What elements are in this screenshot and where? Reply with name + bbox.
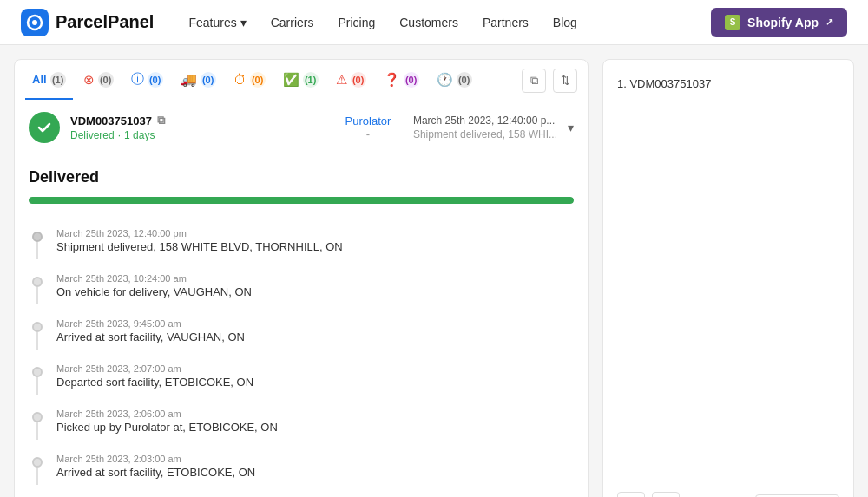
right-panel: 1. VDM003751037 P Purolator Track xyxy=(602,59,854,497)
timeline-time-1: March 25th 2023, 10:24:00 am xyxy=(56,273,574,284)
tracking-list: 1. VDM003751037 xyxy=(617,74,839,478)
timeline-desc-3: Departed sort facility, ETOBICOKE, ON xyxy=(56,376,574,389)
timeline-dot-3 xyxy=(32,367,43,377)
timeline-dot-4 xyxy=(32,412,43,422)
tab-cancelled-badge: (0) xyxy=(98,72,114,88)
tab-exception[interactable]: ⚠ (0) xyxy=(329,62,373,100)
external-link-icon: ↗ xyxy=(825,16,833,28)
info-icon: ⓘ xyxy=(131,71,144,88)
truck-icon: 🚚 xyxy=(181,72,197,88)
tab-pending[interactable]: ⏱ (0) xyxy=(227,62,273,100)
tab-info-badge: (0) xyxy=(148,72,163,88)
tracking-status-label: Delivered · 1 days xyxy=(70,129,323,141)
tracking-number-display: VDM003751037 ⧉ xyxy=(70,114,323,128)
timeline-time-4: March 25th 2023, 2:06:00 am xyxy=(56,409,574,419)
tab-cancelled[interactable]: ⊗ (0) xyxy=(76,62,121,100)
tab-exception-badge: (0) xyxy=(351,72,366,88)
timeline-time-3: March 25th 2023, 2:07:00 am xyxy=(56,363,574,374)
filter-button[interactable] xyxy=(652,492,680,497)
timeline-desc-2: Arrived at sort facility, VAUGHAN, ON xyxy=(56,330,574,343)
tab-all[interactable]: All (1) xyxy=(25,62,73,100)
timeline-time-0: March 25th 2023, 12:40:00 pm xyxy=(56,228,574,239)
timeline-desc-5: Arrived at sort facility, ETOBICOKE, ON xyxy=(56,466,574,479)
tab-unknown-badge: (0) xyxy=(404,72,419,88)
tracking-item-row[interactable]: VDM003751037 ⧉ Delivered · 1 days Purola… xyxy=(15,101,588,154)
chevron-down-icon: ▾ xyxy=(240,16,247,29)
tracking-info: VDM003751037 ⧉ Delivered · 1 days xyxy=(70,114,323,141)
logo-text: ParcelPanel xyxy=(56,12,154,32)
timeline-dot-2 xyxy=(32,322,43,332)
nav-customers[interactable]: Customers xyxy=(399,16,458,29)
timeline-time-5: March 25th 2023, 2:03:00 am xyxy=(56,454,574,464)
nav-features[interactable]: Features ▾ xyxy=(188,16,246,29)
timeline: March 25th 2023, 12:40:00 pm Shipment de… xyxy=(29,221,574,497)
timeline-item-6: March 25th 2023, 2:02:00 am Picked up by… xyxy=(29,492,574,497)
timeline-desc-4: Picked up by Purolator at, ETOBICOKE, ON xyxy=(56,421,574,434)
timeline-dot-0 xyxy=(32,232,43,242)
nav-carriers[interactable]: Carriers xyxy=(271,16,314,29)
tab-bar: All (1) ⊗ (0) ⓘ (0) 🚚 (0) ⏱ (0) ✅ (1) xyxy=(15,60,588,101)
x-circle-icon: ⊗ xyxy=(83,72,95,88)
tab-expired[interactable]: 🕐 (0) xyxy=(430,62,479,100)
nav-blog[interactable]: Blog xyxy=(553,16,577,29)
tab-transit-badge: (0) xyxy=(201,72,216,88)
shopify-app-button[interactable]: S Shopify App ↗ xyxy=(711,8,847,37)
timeline-item-3: March 25th 2023, 2:07:00 am Departed sor… xyxy=(29,356,574,402)
logo: ParcelPanel xyxy=(21,9,154,36)
timeline-time-2: March 25th 2023, 9:45:00 am xyxy=(56,318,574,329)
right-panel-actions: P Purolator xyxy=(617,492,839,497)
clock2-icon: 🕐 xyxy=(437,72,453,88)
tab-actions: ⧉ ⇅ xyxy=(522,69,577,93)
timeline-item-0: March 25th 2023, 12:40:00 pm Shipment de… xyxy=(29,221,574,266)
delivered-section: Delivered March 25th 2023, 12:40:00 pm S… xyxy=(15,154,588,497)
main-content: All (1) ⊗ (0) ⓘ (0) 🚚 (0) ⏱ (0) ✅ (1) xyxy=(0,45,868,497)
tab-all-badge: (1) xyxy=(50,72,66,88)
expand-icon[interactable]: ▾ xyxy=(568,121,574,134)
nav-pricing[interactable]: Pricing xyxy=(338,16,375,29)
logo-icon xyxy=(21,9,49,36)
timeline-item-1: March 25th 2023, 10:24:00 am On vehicle … xyxy=(29,266,574,311)
delivered-status-icon xyxy=(29,112,60,143)
shopify-icon: S xyxy=(725,15,740,30)
tab-transit[interactable]: 🚚 (0) xyxy=(174,62,223,100)
delete-button[interactable] xyxy=(617,492,645,497)
timeline-dot-5 xyxy=(32,457,43,468)
svg-point-1 xyxy=(32,20,37,25)
main-nav: Features ▾ Carriers Pricing Customers Pa… xyxy=(188,16,711,29)
timeline-item-5: March 25th 2023, 2:03:00 am Arrived at s… xyxy=(29,447,574,492)
right-tracking-number: 1. VDM003751037 xyxy=(617,74,839,94)
nav-partners[interactable]: Partners xyxy=(483,16,529,29)
delivered-title: Delivered xyxy=(29,168,574,186)
tracking-carrier: Purolator - xyxy=(333,114,403,141)
left-panel: All (1) ⊗ (0) ⓘ (0) 🚚 (0) ⏱ (0) ✅ (1) xyxy=(14,59,589,497)
check-circle-icon: ✅ xyxy=(283,72,299,88)
tab-delivered[interactable]: ✅ (1) xyxy=(276,62,326,100)
clock-icon: ⏱ xyxy=(233,72,247,87)
timeline-desc-0: Shipment delivered, 158 WHITE BLVD, THOR… xyxy=(56,240,574,253)
copy-number-icon[interactable]: ⧉ xyxy=(157,114,169,127)
timeline-dot-1 xyxy=(32,277,43,287)
tab-pending-badge: (0) xyxy=(250,72,266,88)
alert-icon: ⚠ xyxy=(336,72,347,88)
progress-fill xyxy=(29,197,574,204)
tab-delivered-badge: (1) xyxy=(303,72,319,88)
timeline-desc-1: On vehicle for delivery, VAUGHAN, ON xyxy=(56,285,574,298)
timeline-item-2: March 25th 2023, 9:45:00 am Arrived at s… xyxy=(29,311,574,356)
question-icon: ❓ xyxy=(384,72,400,88)
progress-bar xyxy=(29,197,574,204)
timeline-item-4: March 25th 2023, 2:06:00 am Picked up by… xyxy=(29,402,574,447)
tracking-date: March 25th 2023, 12:40:00 p... Shipment … xyxy=(413,114,557,141)
tab-expired-badge: (0) xyxy=(457,72,472,88)
sort-action-button[interactable]: ⇅ xyxy=(553,69,577,93)
header: ParcelPanel Features ▾ Carriers Pricing … xyxy=(0,0,868,45)
tab-unknown[interactable]: ❓ (0) xyxy=(377,62,426,100)
tab-info[interactable]: ⓘ (0) xyxy=(124,61,170,100)
copy-action-button[interactable]: ⧉ xyxy=(522,69,546,93)
